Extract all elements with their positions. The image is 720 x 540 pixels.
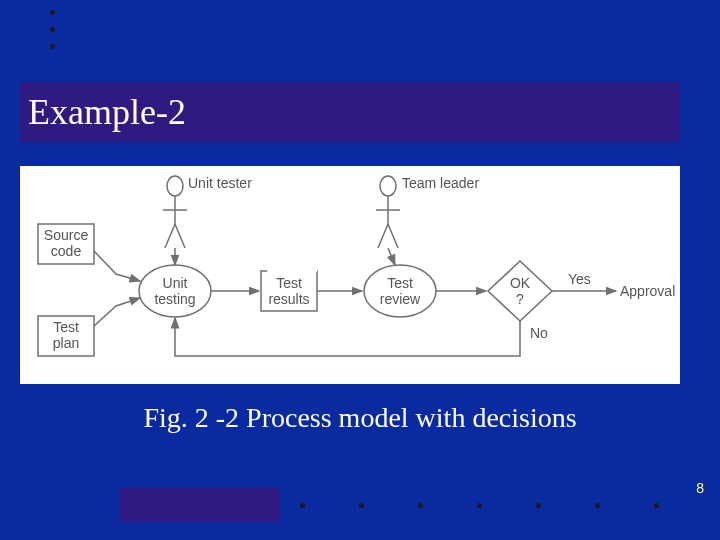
decision-ok: OK ? — [488, 261, 552, 321]
footer-accent-bar — [120, 488, 280, 522]
activity-test-review-line1: Test — [387, 275, 413, 291]
svg-line-9 — [388, 224, 398, 248]
bullet-dot — [50, 10, 55, 15]
actor-unit-tester-label: Unit tester — [188, 175, 252, 191]
actor-unit-tester: Unit tester — [163, 175, 252, 248]
page-number: 8 — [696, 480, 704, 496]
svg-line-8 — [378, 224, 388, 248]
input-test-plan-line2: plan — [53, 335, 79, 351]
connector — [94, 251, 140, 281]
artifact-test-results: Test results — [261, 271, 317, 311]
connector — [94, 298, 140, 326]
bullet-dot — [477, 503, 482, 508]
bullet-dot — [536, 503, 541, 508]
input-source-code-line1: Source — [44, 227, 89, 243]
bullet-dot — [654, 503, 659, 508]
svg-line-4 — [175, 224, 185, 248]
actor-team-leader-label: Team leader — [402, 175, 479, 191]
connector-no-loop — [175, 318, 520, 356]
input-source-code-line2: code — [51, 243, 82, 259]
process-diagram-svg: Unit tester Team leader Source code Tes — [20, 166, 680, 384]
bullet-dot — [300, 503, 305, 508]
activity-test-review: Test review — [364, 265, 436, 317]
input-test-plan: Test plan — [38, 316, 94, 356]
top-bullet-dots — [50, 10, 55, 61]
bullet-dot — [418, 503, 423, 508]
activity-unit-testing: Unit testing — [139, 265, 211, 317]
bullet-dot — [359, 503, 364, 508]
activity-test-review-line2: review — [380, 291, 421, 307]
svg-point-5 — [380, 176, 396, 196]
activity-unit-testing-line1: Unit — [163, 275, 188, 291]
decision-yes-label: Yes — [568, 271, 591, 287]
decision-ok-line2: ? — [516, 291, 524, 307]
slide-title: Example-2 — [28, 91, 186, 133]
title-bar: Example-2 — [20, 82, 680, 142]
artifact-test-results-line2: results — [268, 291, 309, 307]
activity-unit-testing-line2: testing — [154, 291, 195, 307]
actor-team-leader: Team leader — [376, 175, 479, 248]
svg-line-3 — [165, 224, 175, 248]
artifact-test-results-line1: Test — [276, 275, 302, 291]
output-approval: Approval — [620, 283, 675, 299]
figure-caption: Fig. 2 -2 Process model with decisions — [0, 402, 720, 434]
bullet-dot — [50, 44, 55, 49]
connector — [388, 248, 395, 265]
slide: Example-2 Unit tester — [0, 0, 720, 540]
process-diagram: Unit tester Team leader Source code Tes — [20, 166, 680, 384]
decision-no-label: No — [530, 325, 548, 341]
svg-point-0 — [167, 176, 183, 196]
footer-bullet-dots — [300, 503, 659, 508]
input-test-plan-line1: Test — [53, 319, 79, 335]
output-approval-label: Approval — [620, 283, 675, 299]
bullet-dot — [50, 27, 55, 32]
bullet-dot — [595, 503, 600, 508]
input-source-code: Source code — [38, 224, 94, 264]
decision-ok-line1: OK — [510, 275, 531, 291]
